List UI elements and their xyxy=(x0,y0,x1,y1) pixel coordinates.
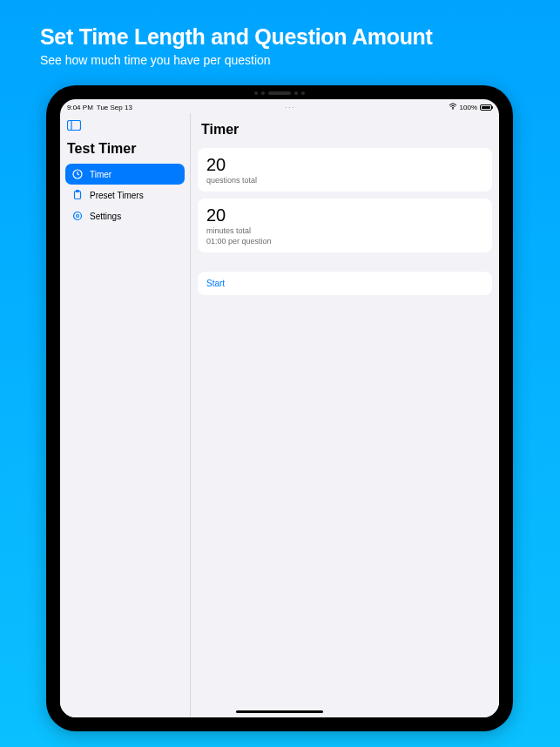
start-label: Start xyxy=(206,279,225,288)
sidebar-item-label: Timer xyxy=(90,170,111,179)
svg-point-0 xyxy=(452,108,454,110)
wifi-icon xyxy=(449,103,457,111)
questions-card[interactable]: 20 questions total xyxy=(198,148,492,192)
status-bar: 9:04 PM Tue Sep 13 ··· 100% xyxy=(60,99,499,113)
sidebar-item-timer[interactable]: Timer xyxy=(65,164,185,185)
ipad-frame: 9:04 PM Tue Sep 13 ··· 100% Test Timer xyxy=(46,85,513,731)
start-button[interactable]: Start xyxy=(198,272,492,295)
sidebar-item-settings[interactable]: Settings xyxy=(65,205,185,226)
status-date: Tue Sep 13 xyxy=(97,104,132,111)
home-indicator xyxy=(236,710,323,713)
battery-percent: 100% xyxy=(460,104,477,111)
main-title: Timer xyxy=(201,122,489,138)
promo-header: Set Time Length and Question Amount See … xyxy=(40,24,433,67)
promo-subtitle: See how much time you have per question xyxy=(40,53,433,67)
sidebar-item-label: Settings xyxy=(90,212,121,221)
clock-icon xyxy=(72,169,83,179)
sidebar: Test Timer Timer Preset Timers xyxy=(60,113,191,717)
minutes-label: minutes total xyxy=(206,226,483,235)
svg-point-6 xyxy=(74,212,82,220)
sidebar-item-label: Preset Timers xyxy=(90,191,144,200)
sidebar-title: Test Timer xyxy=(67,141,183,157)
per-question-label: 01:00 per question xyxy=(206,237,483,246)
clipboard-icon xyxy=(72,190,83,200)
svg-rect-1 xyxy=(68,121,81,131)
camera-cluster xyxy=(254,91,305,95)
minutes-card[interactable]: 20 minutes total 01:00 per question xyxy=(198,199,492,252)
sidebar-toggle-icon[interactable] xyxy=(67,118,185,134)
minutes-value: 20 xyxy=(206,205,483,225)
gear-icon xyxy=(72,211,83,221)
multitask-dots-icon: ··· xyxy=(285,104,295,111)
sidebar-item-preset-timers[interactable]: Preset Timers xyxy=(65,185,185,205)
questions-label: questions total xyxy=(206,176,483,185)
battery-icon xyxy=(480,104,492,111)
svg-point-7 xyxy=(77,215,79,218)
main-panel: Timer 20 questions total 20 minutes tota… xyxy=(191,113,499,717)
promo-title: Set Time Length and Question Amount xyxy=(40,24,433,50)
questions-value: 20 xyxy=(206,155,483,174)
status-time: 9:04 PM xyxy=(67,104,93,111)
ipad-screen: 9:04 PM Tue Sep 13 ··· 100% Test Timer xyxy=(60,99,499,717)
